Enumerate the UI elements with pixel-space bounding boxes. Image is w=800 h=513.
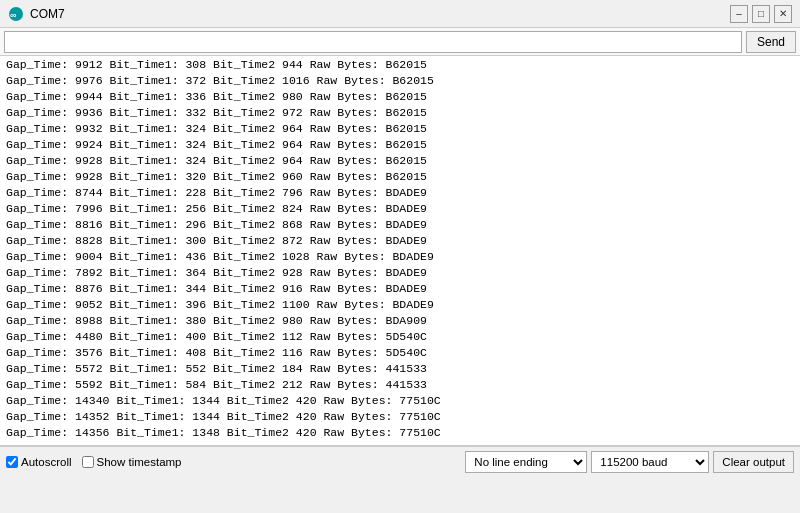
status-bar: Autoscroll Show timestamp No line ending… [0, 446, 800, 476]
timestamp-label: Show timestamp [97, 456, 182, 468]
output-line: Gap_Time: 9944 Bit_Time1: 336 Bit_Time2 … [6, 89, 794, 105]
baud-rate-select[interactable]: 300 baud1200 baud2400 baud4800 baud9600 … [591, 451, 709, 473]
output-line: Gap_Time: 8876 Bit_Time1: 344 Bit_Time2 … [6, 281, 794, 297]
output-line: Gap_Time: 4480 Bit_Time1: 400 Bit_Time2 … [6, 329, 794, 345]
maximize-button[interactable]: □ [752, 5, 770, 23]
send-button[interactable]: Send [746, 31, 796, 53]
output-line: Gap_Time: 7892 Bit_Time1: 364 Bit_Time2 … [6, 265, 794, 281]
output-line: Gap_Time: 14356 Bit_Time1: 1348 Bit_Time… [6, 425, 794, 441]
window-title: COM7 [30, 7, 65, 21]
serial-output[interactable]: Gap_Time: 9880 Bit_Time1: 276 Bit_Time2 … [0, 56, 800, 446]
window-controls: – □ ✕ [730, 5, 792, 23]
output-line: Gap_Time: 9928 Bit_Time1: 324 Bit_Time2 … [6, 153, 794, 169]
timestamp-checkbox-item[interactable]: Show timestamp [82, 456, 182, 468]
autoscroll-checkbox[interactable] [6, 456, 18, 468]
output-line: Gap_Time: 7996 Bit_Time1: 256 Bit_Time2 … [6, 201, 794, 217]
title-bar-left: ∞ COM7 [8, 6, 65, 22]
status-left: Autoscroll Show timestamp [6, 456, 455, 468]
output-line: Gap_Time: 3576 Bit_Time1: 408 Bit_Time2 … [6, 345, 794, 361]
output-line: Gap_Time: 9924 Bit_Time1: 324 Bit_Time2 … [6, 137, 794, 153]
clear-output-button[interactable]: Clear output [713, 451, 794, 473]
status-right: No line endingNewlineCarriage returnBoth… [465, 451, 794, 473]
output-line: Gap_Time: 8744 Bit_Time1: 228 Bit_Time2 … [6, 185, 794, 201]
svg-text:∞: ∞ [10, 10, 17, 20]
autoscroll-label: Autoscroll [21, 456, 72, 468]
output-line: Gap_Time: 5572 Bit_Time1: 552 Bit_Time2 … [6, 361, 794, 377]
output-line: Gap_Time: 8988 Bit_Time1: 380 Bit_Time2 … [6, 313, 794, 329]
output-line: Gap_Time: 9928 Bit_Time1: 320 Bit_Time2 … [6, 169, 794, 185]
close-button[interactable]: ✕ [774, 5, 792, 23]
output-line: Gap_Time: 9936 Bit_Time1: 332 Bit_Time2 … [6, 105, 794, 121]
output-line: Gap_Time: 9932 Bit_Time1: 324 Bit_Time2 … [6, 121, 794, 137]
output-line: Gap_Time: 14352 Bit_Time1: 1344 Bit_Time… [6, 409, 794, 425]
autoscroll-checkbox-item[interactable]: Autoscroll [6, 456, 72, 468]
minimize-button[interactable]: – [730, 5, 748, 23]
line-ending-select[interactable]: No line endingNewlineCarriage returnBoth… [465, 451, 587, 473]
output-line: Gap_Time: 9976 Bit_Time1: 372 Bit_Time2 … [6, 73, 794, 89]
toolbar: Send [0, 28, 800, 56]
output-line: Gap_Time: 9912 Bit_Time1: 308 Bit_Time2 … [6, 57, 794, 73]
output-line: Gap_Time: 5592 Bit_Time1: 584 Bit_Time2 … [6, 377, 794, 393]
timestamp-checkbox[interactable] [82, 456, 94, 468]
output-line: Gap_Time: 14340 Bit_Time1: 1344 Bit_Time… [6, 393, 794, 409]
output-line: Gap_Time: 9004 Bit_Time1: 436 Bit_Time2 … [6, 249, 794, 265]
output-line: Gap_Time: 8828 Bit_Time1: 300 Bit_Time2 … [6, 233, 794, 249]
output-line: Gap_Time: 8816 Bit_Time1: 296 Bit_Time2 … [6, 217, 794, 233]
title-bar: ∞ COM7 – □ ✕ [0, 0, 800, 28]
serial-input[interactable] [4, 31, 742, 53]
output-line: Gap_Time: 9052 Bit_Time1: 396 Bit_Time2 … [6, 297, 794, 313]
app-icon: ∞ [8, 6, 24, 22]
